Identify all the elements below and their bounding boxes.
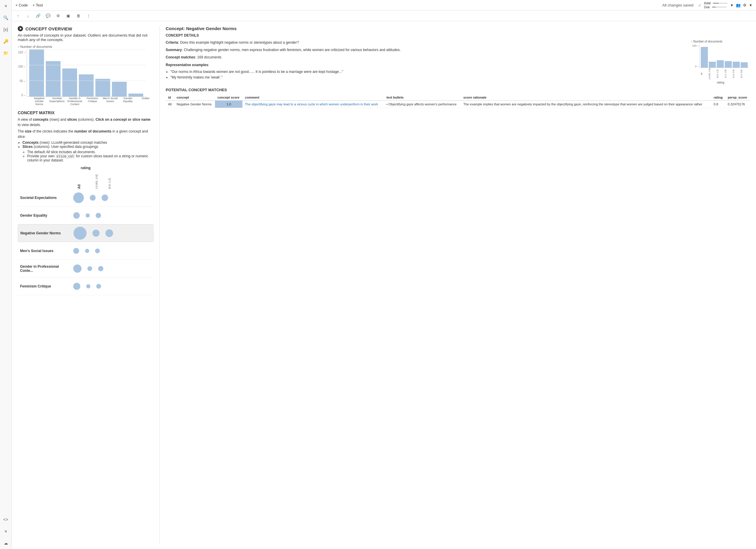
down-arrow-btn[interactable]: ↓ <box>24 12 32 20</box>
sub-bullet-slicecol: Provide your own slice_col for custom sl… <box>27 154 154 162</box>
sidebar-menu-icon[interactable]: ≡ <box>2 2 9 9</box>
mini-bar-labels: All (-0.001, 0.6] (0.6, 1.2] (1.2, 1.8] … <box>699 68 750 80</box>
mini-bar-all <box>701 47 708 68</box>
col-id[interactable]: id <box>166 95 174 101</box>
bullet-concepts: Concepts (rows): LLooM-generated concept… <box>22 141 154 145</box>
row-gender-equality[interactable]: Gender Equality <box>18 207 154 224</box>
col-score[interactable]: concept score <box>215 95 242 101</box>
sidebar-list-icon[interactable]: ≡ <box>2 528 9 535</box>
row-gender-professional[interactable]: Gender in Professional Conte... <box>18 260 154 277</box>
mini-bar-chart <box>699 44 749 68</box>
row-negative-gender-norms[interactable]: Negative Gender Norms <box>18 224 154 242</box>
circle-2 <box>96 213 101 218</box>
content: CONCEPT OVERVIEW An overview of concepts… <box>12 21 756 549</box>
up-arrow-btn[interactable]: ↑ <box>14 12 22 20</box>
sidebar-code-icon[interactable]: <> <box>2 516 9 523</box>
circle-1 <box>92 230 100 237</box>
tablet-btn[interactable]: ▣ <box>64 12 72 20</box>
mini-chart-x-label: rating <box>691 81 750 84</box>
matches-table: id concept concept score comment text bu… <box>166 95 750 108</box>
col-header-all[interactable]: All <box>73 174 85 189</box>
topbar-right: ✓ RAM Disk ▼ 👥 ⚙ ▼ <box>698 2 752 9</box>
table-row[interactable]: All Negative Gender Norms 1.0 The object… <box>166 101 750 108</box>
col-persp[interactable]: persp_score <box>725 95 750 101</box>
circle-all <box>73 248 79 254</box>
grid-line-2 <box>27 81 146 81</box>
saved-status: All changes saved <box>662 3 693 7</box>
cell-rating: 0.8 <box>711 101 725 108</box>
overview-chart: ↑ Number of documents 150 – 100 – 50 – 0… <box>18 45 154 106</box>
bar-fill <box>29 49 44 97</box>
sidebar-folder-icon[interactable]: 📁 <box>2 50 9 57</box>
overview-section-title: CONCEPT OVERVIEW <box>18 26 154 31</box>
mini-bar-5 <box>741 62 748 68</box>
circle-1 <box>86 284 90 288</box>
bar-mens-social[interactable] <box>95 79 110 97</box>
col-bullets[interactable]: text bullets <box>384 95 461 101</box>
circle-all <box>73 265 82 273</box>
dropdown-btn[interactable]: ▼ <box>730 3 734 7</box>
label-equality: Gender Equality <box>120 97 136 106</box>
circle-1 <box>90 195 96 201</box>
bar-labels: Negative Gender Norms Societal Expectati… <box>29 97 154 106</box>
label-gender-prof: Gender in Professional Context <box>67 97 83 106</box>
cell-score: 1.0 <box>215 101 242 108</box>
link-btn[interactable]: 🔗 <box>34 12 42 20</box>
grid-line-1 <box>27 65 146 65</box>
cell-rationale: The example implies that women are negat… <box>461 101 711 108</box>
code-button[interactable]: + Code <box>15 3 28 7</box>
bar-fill <box>112 82 127 97</box>
expand-icon[interactable]: ▼ <box>749 3 752 7</box>
concept-detail-title: Concept: Negative Gender Norms <box>166 26 750 31</box>
col-rationale[interactable]: score rationale <box>461 95 711 101</box>
col-concept[interactable]: concept <box>174 95 215 101</box>
sidebar-variables-icon[interactable]: {x} <box>2 26 9 33</box>
comment-btn[interactable]: 💬 <box>44 12 52 20</box>
right-panel: Concept: Negative Gender Norms CONCEPT D… <box>159 26 750 544</box>
bar-gender-equality[interactable] <box>112 82 127 97</box>
bar-feminism-critique[interactable] <box>79 74 94 97</box>
left-panel: CONCEPT OVERVIEW An overview of concepts… <box>18 26 154 544</box>
label-mens: Men's Social Issues <box>102 97 118 106</box>
matrix-bullets: Concepts (rows): LLooM-generated concept… <box>22 141 154 149</box>
sidebar: ≡ 🔍 {x} 🔑 📁 <> ≡ ☁ <box>0 0 12 549</box>
sub-bullet-all: The default All slice includes all docum… <box>27 150 154 154</box>
check-icon: ✓ <box>698 3 702 8</box>
col-header-2[interactable]: (0.6, 1.2] <box>104 171 111 189</box>
sidebar-key-icon[interactable]: 🔑 <box>2 38 9 45</box>
topbar: + Code + Text All changes saved ✓ RAM Di… <box>12 0 756 11</box>
label-outlier: Outlier <box>138 97 154 106</box>
matrix-col-headers: All (-0.001, 0.6] (0.6, 1.2] <box>71 171 154 189</box>
row-feminism-critique[interactable]: Feminism Critique <box>18 277 154 295</box>
matrix-area: rating All (-0.001, 0.6] (0.6, 1.2] Soci… <box>18 166 154 295</box>
main-container: + Code + Text All changes saved ✓ RAM Di… <box>12 0 756 549</box>
circle-1 <box>85 249 89 253</box>
circle-all <box>73 212 80 219</box>
bar-negative-gender-norms[interactable] <box>29 49 44 97</box>
potential-matches-title: POTENTIAL CONCEPT MATCHES <box>166 88 750 92</box>
play-button[interactable] <box>18 26 23 31</box>
more-btn[interactable]: ⋮ <box>84 12 92 20</box>
row-societal-expectations[interactable]: Societal Expectations <box>18 189 154 207</box>
bar-outlier[interactable] <box>128 94 143 97</box>
users-icon[interactable]: 👥 <box>736 3 741 7</box>
y-axis-label: ↑ Number of documents <box>18 45 154 48</box>
bar-societal-expectations[interactable] <box>46 61 61 97</box>
col-comment[interactable]: comment <box>242 95 384 101</box>
sidebar-cloud-icon[interactable]: ☁ <box>2 540 9 547</box>
mini-chart: ↑ Number of documents 100 – 0 – <box>691 40 750 84</box>
mini-bar-1 <box>709 62 716 68</box>
trash-btn[interactable]: 🗑 <box>74 12 82 20</box>
col-header-1[interactable]: (-0.001, 0.6] <box>91 171 98 189</box>
overview-description: An overview of concepts in your dataset.… <box>18 33 154 42</box>
col-rating[interactable]: rating <box>711 95 725 101</box>
text-button[interactable]: + Text <box>32 3 43 7</box>
gear-btn[interactable]: ⚙ <box>54 12 62 20</box>
settings-icon[interactable]: ⚙ <box>743 3 747 7</box>
row-mens-social-issues[interactable]: Men's Social Issues <box>18 242 154 260</box>
sidebar-search-icon[interactable]: 🔍 <box>2 14 9 21</box>
circle-2 <box>102 195 108 201</box>
bar-gender-professional[interactable] <box>62 69 77 97</box>
detail-text: Criteria: Does this example highlight ne… <box>166 40 686 84</box>
concept-grid: Societal Expectations Gender Equality <box>18 189 154 295</box>
